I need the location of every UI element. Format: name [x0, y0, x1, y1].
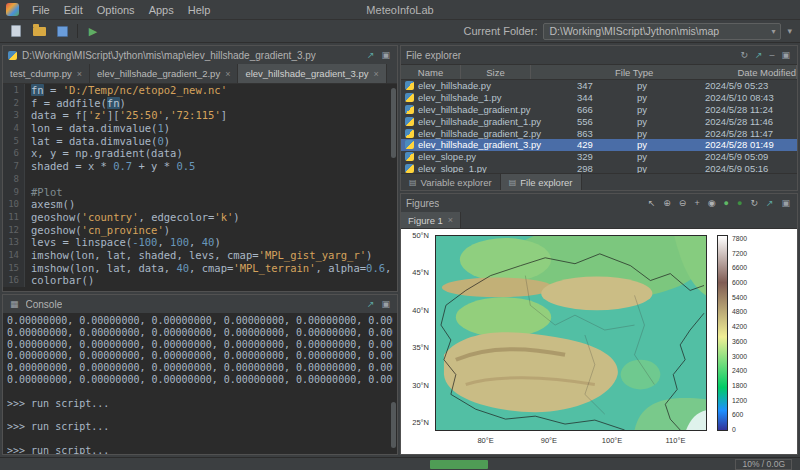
menu-item[interactable]: Apps	[142, 3, 181, 17]
console-line: >>> run script...	[7, 398, 393, 410]
open-file-button[interactable]	[31, 23, 47, 39]
code-line: 16 colorbar()	[3, 274, 397, 287]
menu-item[interactable]: Options	[90, 3, 142, 17]
toolbar-overflow-icon[interactable]: ▾	[787, 26, 792, 36]
colorbar-tick-label: 1800	[732, 382, 747, 389]
minimize-panel-icon[interactable]: –	[767, 51, 776, 60]
file-table-column-header[interactable]: Size	[461, 65, 531, 79]
editor-tab[interactable]: test_cdump.py ×	[3, 64, 90, 83]
elev_hillshade_1.py[interactable]: elev_hillshade_1.py 344 py 2024/5/10 08:…	[401, 92, 797, 104]
code-line: 3 data = f['z']['25:50','72:115']	[3, 109, 397, 122]
file-date-modified: 2024/5/9 05:16	[697, 163, 797, 173]
editor-tab[interactable]: elev_hillshade_gradient_3.py ×	[238, 64, 386, 83]
code-line: 11 geoshow('country', edgecolor='k')	[3, 211, 397, 224]
save-file-button[interactable]	[54, 23, 70, 39]
file-explorer-header: File explorer ↻↗–▣	[401, 46, 797, 64]
figure-canvas[interactable]: 50°N45°N40°N35°N30°N25°N	[401, 229, 797, 454]
elev_hillshade_gradient_2.py[interactable]: elev_hillshade_gradient_2.py 863 py 2024…	[401, 127, 797, 139]
file-name: elev_hillshade_1.py	[418, 92, 501, 103]
select-arrow-icon[interactable]: ↖	[646, 199, 658, 208]
zoom-in-icon[interactable]: ⊕	[661, 199, 673, 208]
editor-tab-label: elev_hillshade_gradient_2.py	[97, 68, 220, 79]
x-tick-label: 110°E	[665, 436, 685, 445]
file-date-modified: 2024/5/10 08:43	[697, 92, 797, 103]
chevron-down-icon[interactable]: ▾	[767, 27, 775, 36]
map-plot	[435, 235, 707, 431]
elev_slope.py[interactable]: elev_slope.py 329 py 2024/5/9 05:09	[401, 151, 797, 163]
editor-file-path: D:\Working\MIScript\Jython\mis\map\elev_…	[22, 50, 316, 61]
code-line: 9 #Plot	[3, 186, 397, 199]
close-tab-icon[interactable]: ×	[225, 69, 230, 79]
editor-tab[interactable]: elev_hillshade_gradient_2.py ×	[90, 64, 238, 83]
close-tab-icon[interactable]: ×	[373, 69, 378, 79]
maximize-panel-icon[interactable]: ▣	[779, 199, 792, 208]
close-figure-icon[interactable]: ×	[448, 215, 453, 225]
run-script-button[interactable]: ▶	[85, 23, 101, 39]
explorer-tab[interactable]: ▤ File explorer	[501, 174, 582, 190]
figure-tab-label: Figure 1	[408, 215, 443, 226]
refresh-icon[interactable]: ↻	[748, 199, 760, 208]
file-date-modified: 2024/5/28 11:47	[697, 128, 797, 139]
line-number: 16	[3, 274, 25, 287]
pan-icon[interactable]: +	[692, 199, 701, 208]
line-number: 8	[3, 173, 25, 186]
python-file-icon	[405, 81, 414, 90]
code-editor[interactable]: 1 fn = 'D:/Temp/nc/etopo2_new.nc' 2 f = …	[3, 84, 397, 291]
file-type: py	[627, 116, 697, 127]
code-line: 2 f = addfile(fn)	[3, 97, 397, 110]
file-explorer-title: File explorer	[406, 50, 461, 61]
elev_hillshade_gradient.py[interactable]: elev_hillshade_gradient.py 666 py 2024/5…	[401, 104, 797, 116]
elev_hillshade.py[interactable]: elev_hillshade.py 347 py 2024/5/9 05:23	[401, 80, 797, 92]
refresh-icon[interactable]: ↻	[738, 51, 750, 60]
maximize-panel-icon[interactable]: ▣	[379, 51, 392, 60]
full-extent-icon[interactable]: ◉	[706, 199, 718, 208]
elev_slope_1.py[interactable]: elev_slope_1.py 298 py 2024/5/9 05:16	[401, 163, 797, 173]
line-number: 14	[3, 249, 25, 262]
file-table-header: NameSizeFile TypeDate Modified	[401, 64, 797, 80]
file-table-column-header[interactable]: Name	[401, 65, 461, 79]
identify-icon[interactable]: ●	[722, 199, 731, 208]
colorbar-tick-label: 6000	[732, 279, 747, 286]
current-folder-label: Current Folder:	[463, 25, 537, 37]
current-folder-combobox[interactable]: D:\Working\MIScript\Jython\mis\map ▾	[543, 23, 781, 40]
toolbar-separator	[77, 24, 78, 38]
menu-item[interactable]: File	[25, 3, 57, 17]
new-file-button[interactable]	[8, 23, 24, 39]
colorbar-tick-label: 4200	[732, 323, 747, 330]
file-table-column-header[interactable]: File Type	[531, 65, 737, 79]
terrain-map	[436, 236, 706, 430]
colorbar-tick-label: 6600	[732, 264, 747, 271]
figure-tab[interactable]: Figure 1 ×	[401, 212, 461, 228]
run-icon: ▶	[89, 26, 97, 37]
elev_hillshade_gradient_3.py[interactable]: elev_hillshade_gradient_3.py 429 py 2024…	[401, 139, 797, 151]
code-text: imshow(lon, lat, data, 40, cmap='MPL_ter…	[25, 262, 397, 275]
float-panel-icon[interactable]: ↗	[365, 51, 377, 60]
y-tick-label: 45°N	[412, 269, 429, 278]
elev_hillshade_gradient_1.py[interactable]: elev_hillshade_gradient_1.py 556 py 2024…	[401, 115, 797, 127]
float-panel-icon[interactable]: ↗	[365, 300, 377, 309]
menu-item[interactable]: Help	[181, 3, 218, 17]
code-line: 8	[3, 173, 397, 186]
menu-item[interactable]: Edit	[57, 3, 90, 17]
float-panel-icon[interactable]: ↗	[753, 51, 765, 60]
file-table-rows: elev_hillshade.py 347 py 2024/5/9 05:23 …	[401, 80, 797, 173]
y-tick-label: 25°N	[412, 418, 429, 427]
code-text: x, y = np.gradient(data)	[25, 147, 183, 160]
float-panel-icon[interactable]: ↗	[764, 199, 776, 208]
menubar: FileEditOptionsAppsHelp MeteoInfoLab	[0, 0, 800, 20]
animation-icon[interactable]: ●	[735, 199, 744, 208]
figures-panel: Figures ↖⊕⊖+◉●●↻↗▣ Figure 1 × 50°N45°N40…	[400, 193, 798, 455]
file-table-column-header[interactable]: Date Modified	[737, 65, 797, 79]
close-tab-icon[interactable]: ×	[77, 69, 82, 79]
zoom-out-icon[interactable]: ⊖	[677, 199, 689, 208]
line-number: 1	[3, 84, 25, 97]
memory-indicator[interactable]: 10% / 0.0G	[735, 459, 792, 470]
line-number: 15	[3, 262, 25, 275]
maximize-panel-icon[interactable]: ▣	[379, 300, 392, 309]
console-line	[7, 386, 393, 398]
console-output[interactable]: 0.00000000, 0.00000000, 0.00000000, 0.00…	[3, 313, 397, 454]
explorer-tab[interactable]: ▤ Variable explorer	[401, 174, 501, 190]
maximize-panel-icon[interactable]: ▣	[779, 51, 792, 60]
python-file-icon	[405, 164, 414, 173]
file-size: 298	[567, 163, 627, 173]
